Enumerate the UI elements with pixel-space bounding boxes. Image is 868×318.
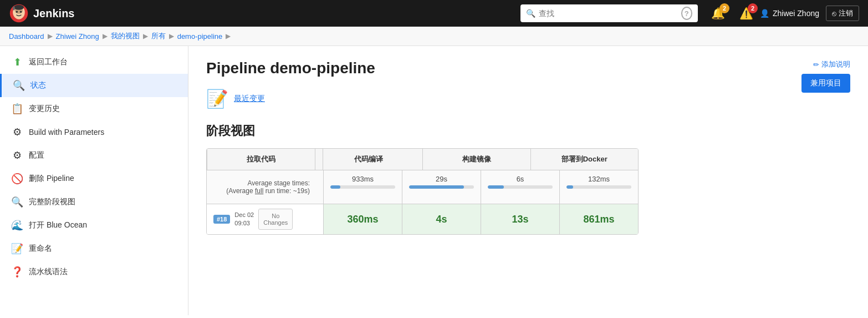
jenkins-logo-icon: [9, 3, 29, 23]
breadcrumb-sep-3: ▶: [143, 32, 148, 40]
stage-col-1: 代码编译: [315, 149, 423, 170]
search-icon: 🔍: [526, 9, 535, 18]
add-description-label: 添加说明: [821, 59, 850, 69]
stage-header-row: 拉取代码 代码编译 构建镜像 部署到Docker: [207, 149, 638, 170]
breadcrumb-sep-4: ▶: [169, 32, 174, 40]
sidebar-item-configure[interactable]: ⚙ 配置: [0, 144, 188, 167]
sidebar-item-status[interactable]: 🔍 状态: [0, 74, 188, 97]
help-icon[interactable]: ?: [681, 7, 692, 20]
user-name: Zhiwei Zhong: [773, 9, 819, 18]
breadcrumb-all[interactable]: 所有: [151, 31, 166, 41]
blueocean-icon: 🌊: [11, 219, 23, 231]
configure-icon: ⚙: [11, 149, 23, 161]
breadcrumb-sep-5: ▶: [226, 32, 231, 40]
stage-scroll-container: 拉取代码 代码编译 构建镜像 部署到Docker Average stage t…: [206, 148, 850, 235]
svg-rect-6: [13, 6, 15, 10]
stage-result-1[interactable]: 4s: [402, 204, 481, 234]
sidebar-item-history[interactable]: 📋 变更历史: [0, 97, 188, 120]
search-input[interactable]: [539, 9, 676, 18]
stage-table: 拉取代码 代码编译 构建镜像 部署到Docker Average stage t…: [206, 148, 639, 235]
sidebar-item-rename[interactable]: 📝 重命名: [0, 237, 188, 260]
back-icon: ⬆: [11, 56, 23, 68]
breadcrumb: Dashboard ▶ Zhiwei Zhong ▶ 我的视图 ▶ 所有 ▶ d…: [0, 27, 868, 46]
stage-result-0[interactable]: 360ms: [323, 204, 402, 234]
svg-point-4: [20, 11, 22, 13]
sidebar-item-status-label: 状态: [30, 80, 46, 90]
jenkins-logo[interactable]: Jenkins: [9, 3, 74, 23]
svg-point-5: [14, 5, 24, 10]
breadcrumb-myview[interactable]: 我的视图: [111, 31, 140, 41]
status-icon: 🔍: [13, 79, 25, 92]
jenkins-logo-text: Jenkins: [33, 7, 74, 20]
stage-view-title: 阶段视图: [206, 123, 850, 139]
sidebar-item-delete-label: 删除 Pipeline: [29, 174, 74, 184]
recent-changes-link[interactable]: 最近变更: [234, 94, 265, 104]
full-link[interactable]: full: [255, 187, 263, 195]
logout-icon: ⎋: [832, 9, 836, 18]
recent-changes: 📝 最近变更: [206, 88, 850, 109]
sidebar-item-history-label: 变更历史: [29, 104, 60, 114]
layout: ⬆ 返回工作台 🔍 状态 📋 变更历史 ⚙ Build with Paramet…: [0, 46, 868, 315]
sidebar-item-back[interactable]: ⬆ 返回工作台: [0, 51, 188, 74]
alerts-button[interactable]: ⚠️ 2: [739, 7, 753, 20]
multijob-button[interactable]: 兼用项目: [801, 74, 850, 93]
sidebar-item-build-label: Build with Parameters: [29, 128, 104, 137]
sidebar-item-fullstage-label: 完整阶段视图: [29, 197, 75, 207]
page-title: Pipeline demo-pipeline: [206, 59, 850, 77]
history-icon: 📋: [11, 103, 23, 115]
sidebar-item-blueocean-label: 打开 Blue Ocean: [29, 220, 87, 230]
build-badge[interactable]: #18: [213, 215, 230, 224]
logout-button[interactable]: ⎋ 注销: [826, 6, 859, 21]
stage-avg-2: 6s: [481, 170, 559, 204]
sidebar-item-blueocean[interactable]: 🌊 打开 Blue Ocean: [0, 214, 188, 237]
no-changes-cell: NoChanges: [258, 209, 293, 230]
header-right: 🔔 2 ⚠️ 2 👤 Zhiwei Zhong ⎋ 注销: [711, 6, 859, 21]
stage-col-2: 构建镜像: [422, 149, 530, 170]
stage-result-3[interactable]: 861ms: [559, 204, 638, 234]
sidebar-item-syntax[interactable]: ❓ 流水线语法: [0, 260, 188, 284]
alerts-badge: 2: [748, 3, 758, 13]
breadcrumb-dashboard[interactable]: Dashboard: [9, 32, 44, 41]
breadcrumb-sep-2: ▶: [103, 32, 108, 40]
user-area[interactable]: 👤 Zhiwei Zhong: [760, 9, 819, 18]
notifications-badge: 2: [719, 3, 729, 13]
notifications-button[interactable]: 🔔 2: [711, 7, 725, 20]
stage-avg-info: Average stage times:(Average full run ti…: [207, 170, 323, 204]
add-description-link[interactable]: ✏ 添加说明: [813, 59, 850, 69]
stage-avg-1: 29s: [402, 170, 481, 204]
svg-point-3: [16, 11, 18, 13]
pencil-icon: ✏: [813, 60, 819, 69]
build-info-cell: #18 Dec 02 09:03 NoChanges: [207, 204, 323, 234]
user-icon: 👤: [760, 9, 769, 18]
build-date: Dec 02 09:03: [234, 211, 254, 228]
stage-build-row: #18 Dec 02 09:03 NoChanges 360ms 4s 13s …: [207, 204, 638, 234]
stage-times-row: Average stage times:(Average full run ti…: [207, 170, 638, 204]
stage-avg-3: 132ms: [559, 170, 638, 204]
stage-col-3: 部署到Docker: [530, 149, 639, 170]
stage-avg-0: 933ms: [323, 170, 402, 204]
main-content: Pipeline demo-pipeline ✏ 添加说明 兼用项目 📝 最近变…: [188, 46, 868, 315]
sidebar-item-fullstage[interactable]: 🔍 完整阶段视图: [0, 190, 188, 214]
logout-label: 注销: [839, 8, 853, 18]
breadcrumb-user[interactable]: Zhiwei Zhong: [56, 32, 99, 41]
recent-changes-icon: 📝: [206, 88, 228, 109]
sidebar-item-syntax-label: 流水线语法: [29, 267, 68, 277]
sidebar-item-build[interactable]: ⚙ Build with Parameters: [0, 120, 188, 144]
rename-icon: 📝: [11, 243, 23, 255]
sidebar-item-back-label: 返回工作台: [29, 57, 68, 67]
syntax-icon: ❓: [11, 266, 23, 278]
sidebar-item-configure-label: 配置: [29, 150, 44, 160]
delete-icon: 🚫: [11, 173, 23, 185]
header: Jenkins 🔍 ? 🔔 2 ⚠️ 2 👤 Zhiwei Zhong ⎋ 注销: [0, 0, 868, 27]
top-actions: ✏ 添加说明 兼用项目: [801, 59, 850, 93]
sidebar-item-rename-label: 重命名: [29, 244, 52, 254]
breadcrumb-sep-1: ▶: [48, 32, 53, 40]
search-bar: 🔍 ?: [520, 4, 698, 22]
fullstage-icon: 🔍: [11, 196, 23, 208]
breadcrumb-pipeline[interactable]: demo-pipeline: [177, 32, 223, 41]
stage-result-2[interactable]: 13s: [481, 204, 559, 234]
stage-col-0: 拉取代码: [207, 149, 315, 170]
sidebar: ⬆ 返回工作台 🔍 状态 📋 变更历史 ⚙ Build with Paramet…: [0, 46, 188, 315]
build-icon: ⚙: [11, 126, 23, 138]
sidebar-item-delete[interactable]: 🚫 删除 Pipeline: [0, 167, 188, 190]
